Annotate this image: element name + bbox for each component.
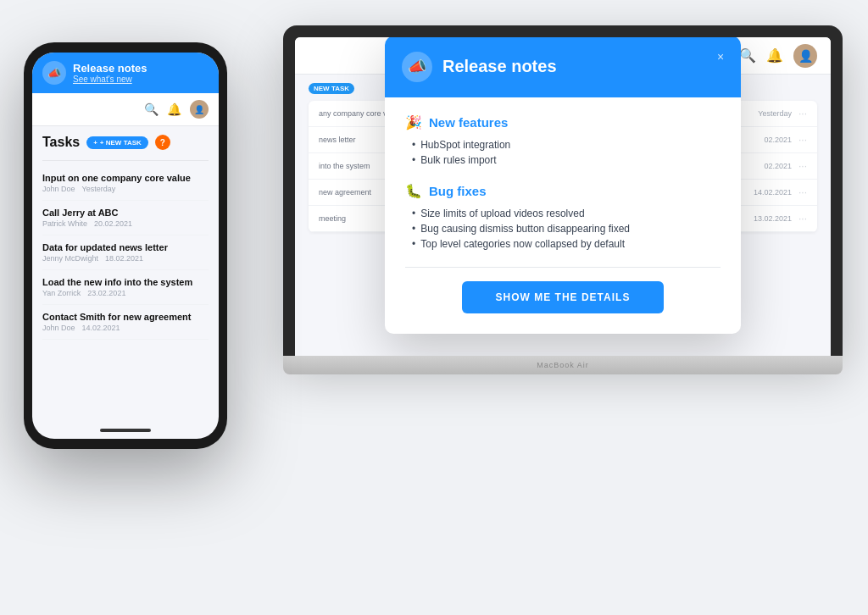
modal-body: 🎉 New features HubSpot integrationBulk r… (385, 97, 741, 334)
bug-fixes-section: 🐛 Bug fixes Size limits of upload videos… (405, 183, 721, 252)
new-features-list: HubSpot integrationBulk rules import (405, 137, 721, 168)
phone-home-indicator (100, 429, 151, 432)
list-item: Input on one company core value John Doe… (42, 166, 209, 201)
party-icon: 🎉 (405, 114, 422, 130)
phone-tasks-list: Input on one company core value John Doe… (42, 166, 209, 340)
phone-tasks-header: Tasks + + NEW TASK ? (42, 135, 209, 150)
task-title: Input on one company core value (42, 173, 209, 183)
task-meta: John Doe 14.02.2021 (42, 324, 209, 332)
task-assignee: Patrick White (42, 219, 87, 228)
phone-topbar-subtitle[interactable]: See what's new (73, 75, 209, 84)
task-date: 23.02.2021 (87, 289, 125, 297)
bug-fixes-title: 🐛 Bug fixes (405, 183, 721, 199)
task-date: 02.2021 (745, 162, 792, 170)
task-date: Yesterday (745, 109, 792, 118)
new-features-title: 🎉 New features (405, 114, 721, 130)
task-title: Call Jerry at ABC (42, 208, 209, 218)
task-assignee: Jenny McDwight (42, 254, 98, 263)
phone: 📣 Release notes See what's new 🔍 🔔 👤 Tas… (24, 42, 227, 449)
bell-icon[interactable]: 🔔 (766, 47, 783, 64)
phone-nav: 🔍 🔔 👤 (32, 93, 219, 126)
modal-divider (405, 267, 721, 268)
phone-content: Tasks + + NEW TASK ? Input on one compan… (32, 126, 219, 348)
task-date: 20.02.2021 (94, 219, 132, 228)
task-date: 13.02.2021 (745, 214, 792, 223)
modal-header: 📣 Release notes × (385, 37, 741, 97)
modal-header-icon: 📣 (402, 52, 432, 82)
phone-divider (42, 160, 209, 161)
phone-bell-icon[interactable]: 🔔 (167, 102, 181, 116)
release-notes-modal: 📣 Release notes × 🎉 New features (385, 37, 741, 334)
task-title: Data for updated news letter (42, 242, 209, 252)
new-features-label: New features (429, 115, 508, 130)
task-assignee: Yan Zorrick (42, 289, 81, 297)
close-button[interactable]: × (712, 48, 729, 65)
phone-tasks-title: Tasks (42, 135, 80, 150)
phone-search-icon[interactable]: 🔍 (144, 102, 159, 116)
task-date: 02.2021 (745, 136, 792, 144)
task-meta: Jenny McDwight 18.02.2021 (42, 254, 209, 263)
row-dots[interactable]: ··· (798, 108, 807, 119)
new-task-badge[interactable]: NEW TASK (309, 83, 354, 94)
modal-title: Release notes (442, 57, 557, 76)
new-features-section: 🎉 New features HubSpot integrationBulk r… (405, 114, 721, 168)
task-meta: John Doe Yesterday (42, 185, 209, 193)
task-date: 18.02.2021 (105, 254, 143, 263)
row-dots[interactable]: ··· (798, 134, 807, 146)
task-assignee: John Doe (42, 185, 75, 193)
phone-screen: 📣 Release notes See what's new 🔍 🔔 👤 Tas… (32, 53, 219, 439)
phone-topbar: 📣 Release notes See what's new (32, 53, 219, 93)
list-item: Contact Smith for new agreement John Doe… (42, 305, 209, 340)
list-item: HubSpot integration (412, 137, 721, 152)
task-date: 14.02.2021 (82, 324, 120, 332)
task-assignee: John Doe (42, 324, 75, 332)
modal-cta: SHOW ME THE DETAILS (405, 281, 721, 313)
bug-icon: 🐛 (405, 183, 422, 199)
laptop: 🔍 🔔 👤 NEW TASK any company core value Jo… (283, 25, 843, 398)
task-date: Yesterday (82, 185, 116, 193)
search-icon[interactable]: 🔍 (739, 47, 756, 64)
row-dots[interactable]: ··· (798, 213, 807, 224)
task-meta: Yan Zorrick 23.02.2021 (42, 289, 209, 297)
phone-new-task-button[interactable]: + + NEW TASK (86, 136, 148, 149)
bug-fixes-list: Size limits of upload videos resolvedBug… (405, 206, 721, 252)
laptop-screen: 🔍 🔔 👤 NEW TASK any company core value Jo… (295, 37, 831, 356)
show-details-button[interactable]: SHOW ME THE DETAILS (462, 281, 665, 313)
row-dots[interactable]: ··· (798, 160, 807, 172)
phone-topbar-title: Release notes (73, 62, 209, 75)
plus-icon: + (93, 139, 97, 147)
list-item: Call Jerry at ABC Patrick White 20.02.20… (42, 201, 209, 235)
list-item: Load the new info into the system Yan Zo… (42, 270, 209, 305)
scene: 🔍 🔔 👤 NEW TASK any company core value Jo… (0, 0, 868, 615)
list-item: Top level categories now collapsed by de… (412, 236, 721, 252)
task-title: Contact Smith for new agreement (42, 312, 209, 322)
phone-topbar-text: Release notes See what's new (73, 62, 209, 84)
task-title: Load the new info into the system (42, 277, 209, 287)
phone-avatar[interactable]: 👤 (190, 100, 209, 119)
list-item: Bug causing dismiss button disappearing … (412, 221, 721, 236)
task-meta: Patrick White 20.02.2021 (42, 219, 209, 228)
task-date: 14.02.2021 (745, 188, 792, 197)
laptop-base (283, 356, 843, 374)
laptop-body: 🔍 🔔 👤 NEW TASK any company core value Jo… (283, 25, 843, 356)
list-item: Size limits of upload videos resolved (412, 206, 721, 221)
list-item: Bulk rules import (412, 152, 721, 168)
phone-help-badge[interactable]: ? (155, 135, 170, 150)
new-task-label: + NEW TASK (100, 139, 142, 147)
list-item: Data for updated news letter Jenny McDwi… (42, 235, 209, 270)
avatar[interactable]: 👤 (793, 44, 817, 68)
bug-fixes-label: Bug fixes (429, 184, 487, 198)
phone-topbar-icon: 📣 (42, 61, 66, 85)
row-dots[interactable]: ··· (798, 186, 807, 198)
